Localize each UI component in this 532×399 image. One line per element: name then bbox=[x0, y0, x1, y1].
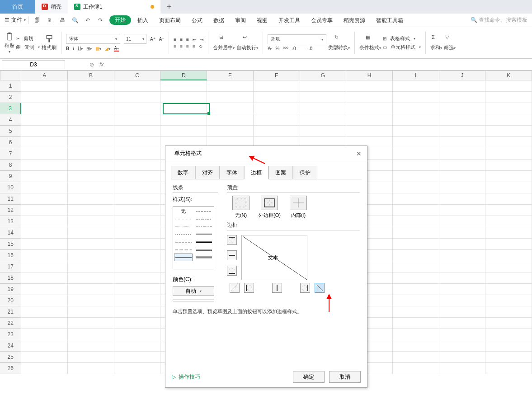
line-style-option[interactable] bbox=[174, 223, 193, 230]
redo-icon[interactable]: ↷ bbox=[97, 17, 104, 24]
grid-cell[interactable] bbox=[393, 318, 439, 329]
row-header[interactable]: 17 bbox=[0, 261, 21, 272]
wrap-text-button[interactable]: ↩ 自动换行▾ bbox=[236, 34, 258, 51]
grid-cell[interactable] bbox=[393, 92, 439, 103]
grid-cell[interactable] bbox=[300, 92, 347, 103]
ok-button[interactable]: 确定 bbox=[293, 371, 325, 383]
grid-cell[interactable] bbox=[439, 340, 486, 352]
tab-align[interactable]: 对齐 bbox=[195, 166, 220, 179]
border-bottom-button[interactable] bbox=[227, 266, 237, 276]
grid-cell[interactable] bbox=[300, 126, 347, 137]
grid-cell[interactable] bbox=[114, 160, 161, 171]
grid-cell[interactable] bbox=[254, 92, 300, 103]
row-header[interactable]: 18 bbox=[0, 272, 21, 284]
grid-cell[interactable] bbox=[346, 114, 393, 126]
menu-daoke-resource[interactable]: 稻壳资源 bbox=[339, 14, 370, 27]
line-style-picker[interactable]: 无 bbox=[173, 206, 214, 269]
tab-home[interactable]: 首页 bbox=[0, 0, 35, 14]
file-menu-button[interactable]: ☰ 文件 ▾ bbox=[5, 16, 29, 24]
grid-cell[interactable] bbox=[346, 92, 393, 103]
grid-cell[interactable] bbox=[393, 137, 439, 148]
grid-cell[interactable] bbox=[393, 352, 439, 363]
grid-cell[interactable] bbox=[207, 114, 254, 126]
grid-cell[interactable] bbox=[254, 114, 300, 126]
grid-cell[interactable] bbox=[160, 80, 207, 92]
align-left-icon[interactable]: ≡ bbox=[174, 44, 176, 49]
line-style-option[interactable] bbox=[174, 238, 193, 246]
conditional-format-button[interactable]: ▦ 条件格式▾ bbox=[359, 34, 381, 51]
grid-cell[interactable] bbox=[21, 227, 68, 239]
grid-cell[interactable] bbox=[439, 171, 486, 182]
row-header[interactable]: 12 bbox=[0, 205, 21, 216]
grid-cell[interactable] bbox=[485, 329, 532, 340]
grid-cell[interactable] bbox=[439, 272, 486, 284]
grid-cell[interactable] bbox=[207, 103, 254, 114]
grid-cell[interactable] bbox=[21, 363, 68, 374]
preset-none-button[interactable]: 无(N) bbox=[232, 196, 250, 219]
grid-cell[interactable] bbox=[393, 148, 439, 160]
increase-decimal-icon[interactable]: .0→ bbox=[292, 46, 300, 51]
grid-cell[interactable] bbox=[68, 250, 114, 261]
grid-cell[interactable] bbox=[68, 272, 114, 284]
column-header[interactable]: A bbox=[21, 70, 68, 80]
grid-cell[interactable] bbox=[439, 148, 486, 160]
tab-font[interactable]: 字体 bbox=[220, 166, 244, 179]
grid-cell[interactable] bbox=[21, 205, 68, 216]
orientation-icon[interactable]: ↻ bbox=[199, 44, 202, 49]
grid-cell[interactable] bbox=[393, 205, 439, 216]
menu-page-layout[interactable]: 页面布局 bbox=[155, 14, 185, 27]
grid-cell[interactable] bbox=[254, 80, 300, 92]
grid-cell[interactable] bbox=[485, 216, 532, 227]
grid-cell[interactable] bbox=[21, 261, 68, 272]
grid-cell[interactable] bbox=[346, 80, 393, 92]
grid-cell[interactable] bbox=[68, 227, 114, 239]
grid-cell[interactable] bbox=[160, 114, 207, 126]
grid-cell[interactable] bbox=[485, 182, 532, 193]
grid-cell[interactable] bbox=[207, 80, 254, 92]
border-vmiddle-button[interactable] bbox=[272, 283, 282, 293]
grid-cell[interactable] bbox=[485, 80, 532, 92]
grid-cell[interactable] bbox=[393, 250, 439, 261]
grid-cell[interactable] bbox=[114, 103, 161, 114]
output-icon[interactable]: 🗎 bbox=[46, 17, 53, 24]
fill-color-button[interactable]: ▦▾ bbox=[95, 46, 101, 51]
line-style-option[interactable] bbox=[194, 230, 213, 238]
grid-cell[interactable] bbox=[485, 306, 532, 318]
cancel-button[interactable]: 取消 bbox=[329, 371, 361, 383]
grid-cell[interactable] bbox=[21, 352, 68, 363]
grid-cell[interactable] bbox=[21, 295, 68, 306]
font-color-button[interactable]: A▾ bbox=[114, 46, 119, 52]
grid-cell[interactable] bbox=[254, 126, 300, 137]
column-header[interactable]: J bbox=[439, 70, 486, 80]
indent-decrease-icon[interactable]: ⇤ bbox=[193, 37, 196, 42]
grid-cell[interactable] bbox=[485, 239, 532, 250]
grid-cell[interactable] bbox=[439, 182, 486, 193]
grid-cell[interactable] bbox=[346, 126, 393, 137]
grid-cell[interactable] bbox=[21, 216, 68, 227]
number-format-select[interactable]: 常规▾ bbox=[268, 34, 326, 44]
line-style-option[interactable] bbox=[174, 215, 193, 223]
row-header[interactable]: 23 bbox=[0, 329, 21, 340]
grid-cell[interactable] bbox=[114, 148, 161, 160]
grid-cell[interactable] bbox=[114, 329, 161, 340]
grid-cell[interactable] bbox=[21, 340, 68, 352]
grid-cell[interactable] bbox=[21, 103, 68, 114]
bold-button[interactable]: B bbox=[66, 46, 69, 51]
tab-pattern[interactable]: 图案 bbox=[268, 166, 293, 179]
row-header[interactable]: 2 bbox=[0, 92, 21, 103]
grid-cell[interactable] bbox=[439, 126, 486, 137]
menu-formula[interactable]: 公式 bbox=[187, 14, 207, 27]
row-header[interactable]: 25 bbox=[0, 352, 21, 363]
merge-center-button[interactable]: ⊟ 合并居中▾ bbox=[213, 34, 235, 51]
grid-cell[interactable] bbox=[439, 250, 486, 261]
grid-cell[interactable] bbox=[393, 329, 439, 340]
grid-cell[interactable] bbox=[114, 171, 161, 182]
grid-cell[interactable] bbox=[114, 216, 161, 227]
grid-cell[interactable] bbox=[21, 284, 68, 295]
grid-cell[interactable] bbox=[439, 306, 486, 318]
cut-button[interactable]: ✂剪切 bbox=[16, 35, 40, 42]
grid-cell[interactable] bbox=[68, 306, 114, 318]
row-header[interactable]: 4 bbox=[0, 114, 21, 126]
type-convert-button[interactable]: ↻ 类型转换▾ bbox=[328, 34, 350, 51]
grid-cell[interactable] bbox=[68, 114, 114, 126]
